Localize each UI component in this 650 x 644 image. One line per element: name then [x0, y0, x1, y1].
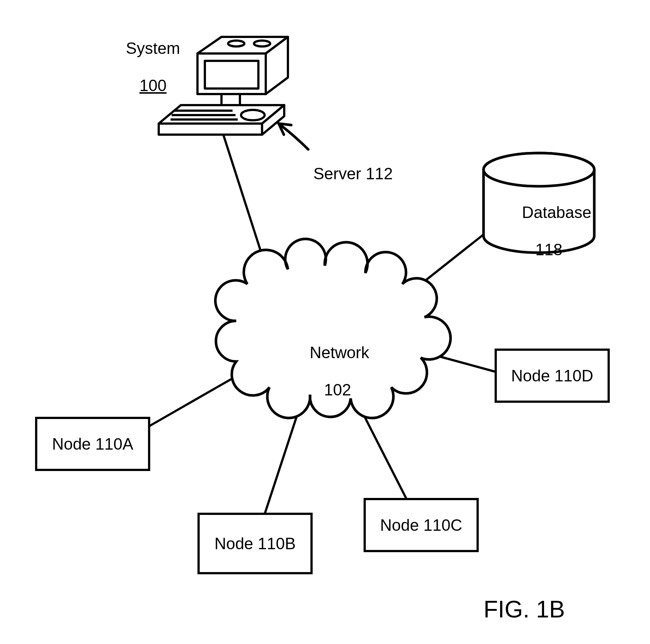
node-b-box: Node 110B [197, 513, 313, 574]
node-d-label: Node 110D [511, 367, 594, 385]
node-d-box: Node 110D [495, 349, 610, 403]
svg-rect-11 [205, 61, 258, 89]
diagram-canvas: Node 110A Node 110B Node 110C Node 110D … [0, 0, 650, 644]
title-line1: System [126, 39, 180, 57]
svg-point-12 [228, 41, 244, 46]
title-label: System 100 [103, 20, 185, 114]
title-line2: 100 [140, 76, 166, 94]
node-c-label: Node 110C [380, 516, 462, 534]
svg-point-13 [254, 41, 270, 46]
server-label: Server 112 [295, 146, 393, 202]
network-label: Network 102 [292, 325, 365, 418]
node-a-label: Node 110A [52, 435, 133, 453]
database-label: Database 118 [504, 184, 576, 278]
server-shape [0, 0, 650, 644]
node-b-label: Node 110B [214, 534, 296, 553]
node-a-box: Node 110A [35, 417, 150, 471]
node-c-box: Node 110C [364, 498, 479, 552]
svg-point-10 [241, 110, 265, 120]
figure-label: FIG. 1B [484, 596, 565, 623]
